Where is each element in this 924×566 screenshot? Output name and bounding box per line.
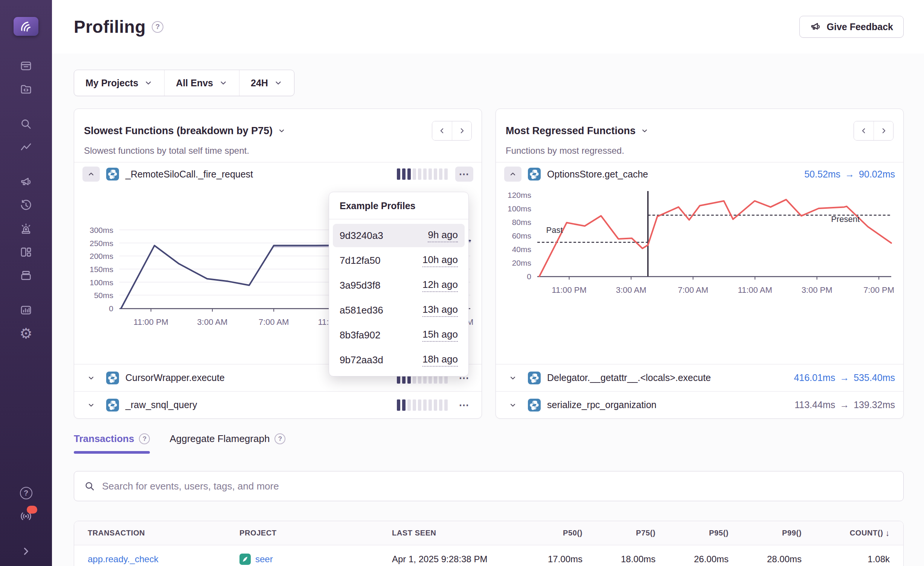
expand-row-button[interactable] — [504, 374, 521, 382]
profile-id: 9d3240a3 — [340, 230, 383, 242]
profile-item[interactable]: 9b72aa3d 18h ago — [333, 348, 465, 372]
profile-age[interactable]: 9h ago — [428, 229, 458, 242]
regression-chart[interactable]: 020ms40ms60ms80ms100ms120ms11:00 PM3:00 … — [496, 186, 903, 364]
row-actions-button[interactable]: ⋯ — [455, 167, 473, 182]
example-profiles-dropdown: Example Profiles 9d3240a3 9h ago 7d12fa5… — [329, 192, 469, 376]
profile-age[interactable]: 18h ago — [422, 353, 458, 367]
project-name[interactable]: seer — [255, 554, 273, 564]
python-icon — [528, 399, 541, 411]
next-page-button[interactable] — [452, 121, 471, 140]
collapse-row-button[interactable] — [82, 167, 100, 182]
profile-item[interactable]: 9d3240a3 9h ago — [333, 224, 465, 247]
sentry-logo[interactable] — [14, 17, 38, 36]
releases-archive-icon[interactable] — [19, 269, 33, 282]
column-p75[interactable]: P75() — [582, 529, 656, 537]
function-name[interactable]: serialize_rpc_organization — [547, 399, 656, 410]
give-feedback-button[interactable]: Give Feedback — [799, 16, 904, 38]
profile-age[interactable]: 13h ago — [422, 304, 458, 317]
slowest-panel-header: Slowest Functions (breakdown by P75) — [74, 109, 482, 162]
regression-values[interactable]: 416.01ms → 535.40ms — [794, 372, 895, 383]
column-p95[interactable]: P95() — [656, 529, 729, 537]
project-cell[interactable]: seer — [239, 554, 392, 565]
function-name[interactable]: Delegator.__getattr__.<locals>.execute — [547, 372, 711, 383]
dashboards-layout-icon[interactable] — [19, 245, 33, 259]
function-name[interactable]: _RemoteSiloCall._fire_request — [125, 169, 253, 180]
expand-row-button[interactable] — [82, 374, 100, 382]
project-filter[interactable]: My Projects — [74, 70, 164, 96]
prev-page-button[interactable] — [432, 121, 452, 140]
regression-values[interactable]: 50.52ms → 90.02ms — [804, 169, 895, 180]
column-p99[interactable]: P99() — [729, 529, 802, 537]
environment-filter[interactable]: All Envs — [164, 70, 239, 96]
profile-item[interactable]: 7d12fa50 10h ago — [333, 249, 465, 272]
function-name[interactable]: OptionsStore.get_cache — [547, 169, 648, 180]
profile-id: 9b72aa3d — [340, 354, 383, 366]
expand-row-button[interactable] — [82, 401, 100, 409]
prev-page-button[interactable] — [854, 121, 874, 140]
expand-row-button[interactable] — [504, 401, 521, 409]
table-row: app.ready._check seer Apr 1, 2025 9:28:3… — [74, 545, 903, 566]
replays-history-icon[interactable] — [19, 199, 33, 212]
svg-text:250ms: 250ms — [90, 239, 113, 248]
content: My Projects All Envs 24H Slowest Functio… — [52, 54, 924, 566]
chevron-down-icon — [87, 374, 95, 382]
next-page-button[interactable] — [874, 121, 893, 140]
chevron-down-icon — [274, 78, 283, 87]
column-p50[interactable]: P50() — [509, 529, 582, 537]
chevron-down-icon — [278, 127, 286, 135]
tab-aggregate-flamegraph[interactable]: Aggregate Flamegraph ? — [169, 433, 285, 454]
dropdown-list: 9d3240a3 9h ago 7d12fa50 10h ago 3a95d3f… — [329, 219, 468, 372]
collapse-row-button[interactable] — [504, 167, 521, 182]
whats-new-broadcast-icon[interactable] — [19, 509, 33, 523]
tab-transactions[interactable]: Transactions ? — [74, 433, 150, 454]
chevron-up-icon — [509, 170, 517, 178]
tab-flamegraph-label: Aggregate Flamegraph — [169, 433, 270, 445]
function-name[interactable]: _raw_snql_query — [125, 399, 197, 410]
alerts-siren-icon[interactable] — [19, 222, 33, 236]
transaction-link[interactable]: app.ready._check — [88, 554, 239, 564]
date-range-filter[interactable]: 24H — [239, 70, 294, 96]
row-actions-button[interactable]: ⋯ — [455, 398, 473, 413]
megaphone-icon[interactable] — [19, 175, 33, 189]
issues-inbox-icon[interactable] — [19, 59, 33, 73]
profiling-help-icon[interactable]: ? — [152, 21, 163, 33]
page-title: Profiling — [74, 17, 146, 37]
give-feedback-label: Give Feedback — [827, 21, 893, 32]
slowest-panel-subtitle: Slowest functions by total self time spe… — [84, 145, 472, 156]
regressed-value: 90.02ms — [859, 169, 895, 180]
collapse-chevron-icon[interactable] — [19, 545, 33, 558]
regressed-panel-header: Most Regressed Functions Functi — [496, 109, 903, 162]
svg-text:50ms: 50ms — [94, 291, 113, 300]
profile-item[interactable]: 8b3fa902 15h ago — [333, 323, 465, 347]
svg-text:150ms: 150ms — [90, 265, 113, 274]
profile-age[interactable]: 12h ago — [422, 279, 458, 292]
metrics-graph-icon[interactable] — [19, 141, 33, 154]
help-icon[interactable]: ? — [19, 486, 33, 500]
chevron-right-icon — [880, 127, 888, 135]
profile-item[interactable]: 3a95d3f8 12h ago — [333, 274, 465, 297]
regression-values[interactable]: 113.44ms → 139.32ms — [794, 399, 895, 410]
profile-age[interactable]: 10h ago — [422, 254, 458, 267]
flamegraph-help-icon[interactable]: ? — [274, 433, 285, 444]
arrow-right-icon: → — [845, 169, 854, 180]
function-name[interactable]: CursorWrapper.execute — [125, 372, 225, 383]
projects-code-folder-icon[interactable] — [19, 83, 33, 96]
search-input[interactable] — [102, 480, 894, 492]
column-count[interactable]: COUNT() ↓ — [802, 528, 890, 538]
svg-text:0: 0 — [109, 304, 113, 313]
chevron-down-icon — [219, 78, 228, 87]
p95-cell: 26.00ms — [656, 554, 729, 564]
profile-item[interactable]: a581ed36 13h ago — [333, 298, 465, 322]
column-project[interactable]: PROJECT — [239, 529, 392, 537]
search-icon[interactable] — [19, 117, 33, 131]
stats-bars-icon[interactable] — [19, 303, 33, 317]
count-cell: 1.08k — [802, 554, 890, 564]
baseline-value: 113.44ms — [794, 399, 835, 410]
column-last-seen[interactable]: LAST SEEN — [392, 529, 509, 537]
transactions-help-icon[interactable]: ? — [139, 433, 150, 444]
profile-age[interactable]: 15h ago — [422, 329, 458, 342]
settings-gear-icon[interactable]: ⚙ — [19, 327, 33, 340]
regressed-panel-title[interactable]: Most Regressed Functions — [506, 125, 649, 137]
slowest-panel-title[interactable]: Slowest Functions (breakdown by P75) — [84, 125, 286, 137]
column-transaction[interactable]: TRANSACTION — [88, 529, 239, 537]
